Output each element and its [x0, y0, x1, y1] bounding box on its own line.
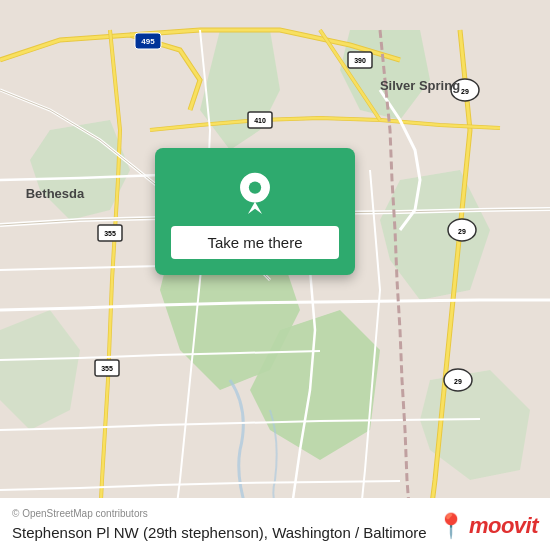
pin-icon — [233, 170, 277, 214]
map-container: 495 29 29 29 355 355 410 390 Silver Spri… — [0, 0, 550, 550]
take-me-there-button[interactable]: Take me there — [171, 226, 339, 259]
moovit-text: moovit — [469, 513, 538, 539]
svg-marker-6 — [0, 310, 80, 430]
moovit-pin-icon: 📍 — [436, 512, 466, 540]
svg-text:29: 29 — [458, 228, 466, 235]
svg-text:29: 29 — [461, 88, 469, 95]
svg-text:495: 495 — [141, 37, 155, 46]
svg-text:390: 390 — [354, 57, 366, 64]
svg-marker-0 — [200, 30, 280, 150]
svg-text:355: 355 — [104, 230, 116, 237]
svg-text:Bethesda: Bethesda — [26, 186, 85, 201]
svg-text:Silver Spring: Silver Spring — [380, 78, 460, 93]
svg-text:355: 355 — [101, 365, 113, 372]
moovit-logo: 📍 moovit — [436, 512, 538, 540]
bottom-bar: © OpenStreetMap contributors Stephenson … — [0, 498, 550, 551]
cta-card: Take me there — [155, 148, 355, 275]
svg-text:410: 410 — [254, 117, 266, 124]
svg-point-27 — [249, 181, 261, 193]
svg-text:29: 29 — [454, 378, 462, 385]
map-svg: 495 29 29 29 355 355 410 390 Silver Spri… — [0, 0, 550, 550]
